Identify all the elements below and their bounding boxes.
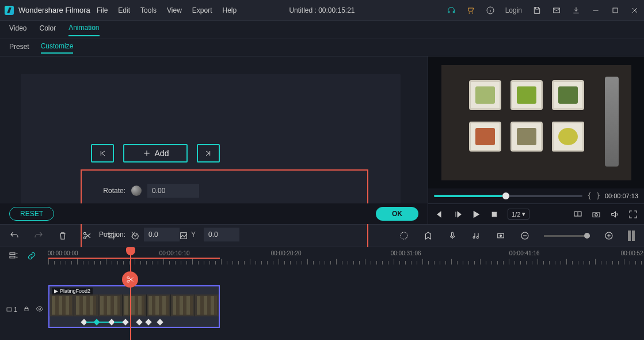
zoom-out-icon[interactable] xyxy=(520,231,530,241)
position-row: Position: X Y xyxy=(93,224,356,245)
rotate-dial[interactable] xyxy=(131,186,142,196)
svg-rect-23 xyxy=(25,309,28,311)
zoom-slider[interactable] xyxy=(544,235,590,237)
ruler-t3: 00:00:31:06 xyxy=(391,250,421,256)
play-button[interactable] xyxy=(471,209,481,220)
menu-export[interactable]: Export xyxy=(192,6,212,14)
menu-edit[interactable]: Edit xyxy=(118,6,130,14)
keyframe-toggle-icon[interactable] xyxy=(496,231,506,241)
menu-tools[interactable]: Tools xyxy=(140,6,157,14)
download-icon[interactable] xyxy=(571,6,581,15)
snapshot-icon[interactable] xyxy=(591,209,601,220)
position-label: Position: xyxy=(93,231,125,239)
tab-color[interactable]: Color xyxy=(39,24,56,36)
marker-icon[interactable] xyxy=(423,231,433,241)
track-controls: 1 xyxy=(6,305,44,314)
svg-point-6 xyxy=(595,213,598,216)
timeline-ruler[interactable]: 00:00:00:00 00:00:10:10 00:00:20:20 00:0… xyxy=(48,247,644,265)
playback-rate-select[interactable]: 1/2 ▾ xyxy=(508,209,529,220)
position-y-input[interactable] xyxy=(204,228,239,241)
render-icon[interactable] xyxy=(399,231,409,241)
redo-icon[interactable] xyxy=(33,231,44,241)
menu-view[interactable]: View xyxy=(167,6,182,14)
timeline: 1 00:00:00:00 00:00:10:10 00:00:20:20 00… xyxy=(0,247,644,340)
y-label: Y xyxy=(191,231,198,239)
fullscreen-icon[interactable] xyxy=(628,209,638,220)
playback-rate-value: 1/2 xyxy=(512,211,520,218)
maximize-icon[interactable] xyxy=(611,6,620,15)
svg-rect-3 xyxy=(492,212,497,217)
subtab-customize[interactable]: Customize xyxy=(41,42,74,54)
ruler-t0: 00:00:00:00 xyxy=(48,250,78,256)
mark-in-icon[interactable]: { xyxy=(587,192,591,200)
timeline-clip[interactable]: ▶ PlatingFood2 xyxy=(48,285,220,328)
undo-icon[interactable] xyxy=(9,231,20,241)
zoom-fit-icon[interactable] xyxy=(628,231,635,241)
svg-rect-2 xyxy=(613,8,618,13)
track-manager-icon[interactable] xyxy=(8,251,18,261)
svg-rect-20 xyxy=(10,253,15,255)
stop-button[interactable] xyxy=(489,209,500,220)
headset-icon[interactable] xyxy=(447,6,456,15)
step-back-button[interactable] xyxy=(434,209,444,220)
delete-icon[interactable] xyxy=(58,231,68,241)
track-lock-icon[interactable] xyxy=(23,305,30,313)
menu-file[interactable]: File xyxy=(97,6,108,14)
volume-icon[interactable] xyxy=(609,209,620,220)
tab-animation[interactable]: Animation xyxy=(68,24,99,36)
clip-label: ▶ PlatingFood2 xyxy=(52,288,93,294)
svg-point-17 xyxy=(500,235,502,237)
playhead[interactable] xyxy=(130,247,131,340)
keyframe-marker[interactable] xyxy=(122,319,128,325)
mark-out-icon[interactable]: } xyxy=(596,192,600,200)
titlebar: Wondershare Filmora File Edit Tools View… xyxy=(0,0,644,21)
next-keyframe-button[interactable] xyxy=(197,144,220,163)
mail-icon[interactable] xyxy=(552,6,561,15)
clip-range-indicator xyxy=(48,258,220,259)
reset-button[interactable]: RESET xyxy=(9,207,54,221)
zoom-in-icon[interactable] xyxy=(604,231,614,241)
add-label: Add xyxy=(155,149,169,158)
minimize-icon[interactable] xyxy=(591,6,600,15)
menubar: File Edit Tools View Export Help xyxy=(97,6,237,14)
panel-footer: RESET OK xyxy=(0,203,428,224)
audio-mixer-icon[interactable] xyxy=(471,231,482,241)
preview-panel: { } 00:00:07:13 1/2 ▾ xyxy=(428,56,644,224)
close-icon[interactable] xyxy=(630,6,639,15)
add-keyframe-button[interactable]: Add xyxy=(123,144,188,163)
timeline-header: 1 xyxy=(0,247,48,340)
svg-rect-22 xyxy=(7,308,12,311)
keyframe-marker[interactable] xyxy=(145,319,151,325)
cart-icon[interactable] xyxy=(466,6,475,15)
voiceover-icon[interactable] xyxy=(447,231,458,241)
display-mode-icon[interactable] xyxy=(573,209,583,220)
seek-slider[interactable] xyxy=(434,195,582,197)
save-icon[interactable] xyxy=(532,6,542,15)
ok-button[interactable]: OK xyxy=(376,207,418,221)
preview-canvas[interactable] xyxy=(428,56,644,188)
link-icon[interactable] xyxy=(26,251,37,261)
track-video-icon[interactable]: 1 xyxy=(6,306,17,313)
menu-help[interactable]: Help xyxy=(223,6,237,14)
rotate-label: Rotate: xyxy=(93,187,125,195)
logo-icon xyxy=(5,6,14,15)
position-x-input[interactable] xyxy=(144,228,180,241)
track-visibility-icon[interactable] xyxy=(36,305,44,314)
tab-video[interactable]: Video xyxy=(9,24,26,36)
preview-image xyxy=(441,65,631,180)
x-label: X xyxy=(131,231,138,239)
svg-point-24 xyxy=(39,308,41,310)
svg-rect-15 xyxy=(452,232,454,237)
keyframe-marker[interactable] xyxy=(157,319,163,325)
login-button[interactable]: Login xyxy=(505,6,522,14)
play-pause-button[interactable] xyxy=(452,209,463,220)
split-badge-icon[interactable] xyxy=(122,271,138,288)
rotate-input[interactable] xyxy=(147,184,199,198)
rotate-row: Rotate: xyxy=(93,180,356,202)
keyframe-nav-row: Add xyxy=(91,144,220,163)
keyframe-lane xyxy=(49,319,219,324)
info-icon[interactable] xyxy=(486,6,495,15)
prev-keyframe-button[interactable] xyxy=(91,144,114,163)
keyframe-marker[interactable] xyxy=(136,319,142,325)
subtab-preset[interactable]: Preset xyxy=(9,43,29,53)
